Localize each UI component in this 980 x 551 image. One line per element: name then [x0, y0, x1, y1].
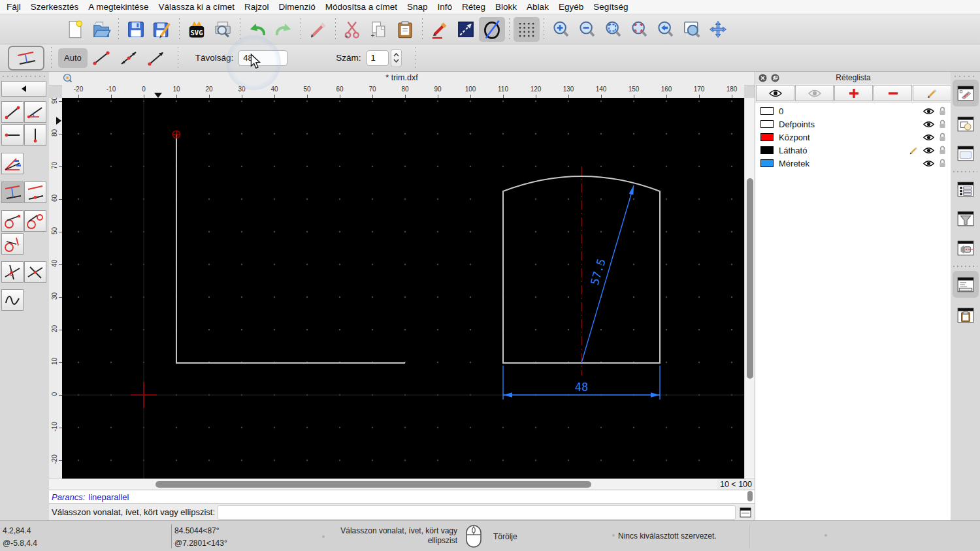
zoom-out-icon[interactable] [574, 17, 600, 42]
horizontal-scrollbar[interactable] [49, 479, 717, 490]
menu-item-2[interactable]: Szerkesztés [31, 2, 79, 12]
back-arrow-icon[interactable] [1, 81, 46, 97]
redo-icon[interactable] [270, 17, 297, 42]
clipboard-window-icon[interactable] [955, 304, 976, 326]
zoom-in-icon[interactable] [548, 17, 574, 42]
save-icon[interactable] [123, 17, 149, 42]
menu-item-14[interactable]: Segítség [593, 2, 628, 12]
save-as-icon[interactable] [149, 17, 175, 42]
hide-all-layers-icon[interactable] [795, 85, 834, 101]
line-horizontal-icon[interactable] [1, 124, 24, 146]
edit-layer-icon[interactable] [913, 85, 951, 101]
menu-item-4[interactable]: Válassza ki a címet [159, 2, 235, 12]
menu-item-6[interactable]: Dimenzió [278, 2, 315, 12]
layer-row[interactable]: 0 [755, 104, 951, 118]
menu-item-8[interactable]: Snap [407, 2, 428, 12]
line-relative-angle-icon[interactable] [24, 261, 46, 283]
snap-grid-icon[interactable] [514, 17, 540, 42]
v-scrollbar-thumb[interactable] [747, 178, 753, 379]
entity-filter-window-icon[interactable] [955, 208, 976, 229]
pan-icon[interactable] [705, 17, 731, 42]
menu-item-3[interactable]: A megtekintése [88, 2, 148, 12]
svg-export-icon[interactable]: SVG [184, 17, 210, 42]
line-parallel-icon[interactable] [1, 181, 24, 203]
line-two-points-icon[interactable] [1, 101, 24, 123]
line-tangent-circles-icon[interactable] [24, 210, 46, 232]
vertical-scrollbar[interactable] [744, 98, 755, 479]
layer-lock-icon[interactable] [939, 119, 946, 129]
line-parallel-point-icon[interactable] [24, 181, 46, 203]
remove-layer-icon[interactable] [874, 85, 912, 101]
selection-box-icon[interactable] [453, 17, 479, 42]
layer-lock-icon[interactable] [939, 133, 946, 142]
zoom-selection-icon[interactable] [627, 17, 653, 42]
zoom-previous-icon[interactable] [653, 17, 679, 42]
paste-icon[interactable] [392, 17, 418, 42]
line-arrow-mode-icon[interactable] [142, 48, 170, 69]
count-stepper[interactable] [391, 49, 402, 67]
layer-row[interactable]: Méretek [755, 157, 951, 170]
dock-handle[interactable] [955, 76, 976, 77]
count-input[interactable] [367, 50, 389, 66]
drawing-canvas[interactable]: 57.5 48 [62, 98, 744, 479]
layer-list-window-icon[interactable] [955, 178, 976, 200]
print-preview-icon[interactable] [210, 17, 236, 42]
draw-pencil-icon[interactable] [427, 17, 453, 42]
line-tangent-point-icon[interactable] [1, 210, 24, 232]
zoom-window-icon[interactable] [679, 17, 705, 42]
line-vertical-icon[interactable] [24, 124, 46, 146]
block-list-window-icon[interactable] [955, 113, 976, 134]
history-scrollbar-thumb[interactable] [747, 491, 753, 501]
menu-item-13[interactable]: Egyéb [559, 2, 583, 12]
command-line-window-icon[interactable] [955, 274, 976, 295]
library-browser-window-icon[interactable] [955, 142, 976, 164]
line-bisector-icon[interactable] [1, 153, 24, 174]
menu-item-12[interactable]: Ablak [527, 2, 549, 12]
pen-edit-icon[interactable] [305, 17, 331, 42]
layer-lock-icon[interactable] [939, 159, 946, 168]
pen-style-window-icon[interactable] [955, 82, 976, 104]
line-freehand-icon[interactable] [1, 289, 24, 311]
cut-icon[interactable]: + [340, 17, 366, 42]
line-two-points-mode-icon[interactable] [88, 48, 115, 69]
line-angle-icon[interactable] [24, 101, 46, 123]
layer-lock-icon[interactable] [939, 106, 946, 116]
layer-lock-icon[interactable] [939, 146, 946, 155]
show-all-layers-icon[interactable] [756, 85, 794, 101]
layer-row[interactable]: Defpoints [755, 118, 951, 131]
auto-mode-button[interactable]: Auto [58, 48, 88, 68]
distance-input[interactable] [238, 50, 287, 66]
v-ruler-label: 50 [51, 223, 58, 239]
menu-item-5[interactable]: Rajzol [244, 2, 269, 12]
hint-line-1: Válasszon vonalat, ívet, kört vagy [287, 526, 457, 535]
layer-row-active[interactable]: Látható [755, 144, 951, 157]
command-options-icon[interactable] [740, 507, 751, 518]
layer-visible-icon[interactable] [923, 121, 934, 128]
draft-ellipse-icon[interactable] [479, 17, 505, 42]
menu-item-1[interactable]: Fájl [7, 2, 21, 12]
layer-visible-icon[interactable] [923, 134, 934, 141]
line-tangent-orthogonal-icon[interactable] [1, 233, 24, 255]
menu-item-7[interactable]: Módosítsa a címet [325, 2, 397, 12]
command-input[interactable] [218, 505, 736, 520]
line-both-directions-mode-icon[interactable] [115, 48, 142, 69]
copy-icon[interactable]: + [366, 17, 392, 42]
line-orthogonal-icon[interactable] [1, 261, 24, 283]
line-parallel-tool-indicator[interactable] [8, 46, 44, 71]
undo-icon[interactable] [244, 17, 270, 42]
h-scrollbar-thumb[interactable] [155, 481, 591, 488]
layer-visible-icon[interactable] [923, 147, 934, 154]
layer-visible-icon[interactable] [923, 160, 934, 167]
menu-item-9[interactable]: Infó [438, 2, 453, 12]
menu-item-10[interactable]: Réteg [462, 2, 485, 12]
menu-item-11[interactable]: Blokk [495, 2, 517, 12]
command-widget-window-icon[interactable] [955, 237, 976, 259]
dock-handle[interactable] [3, 76, 46, 77]
layer-row[interactable]: Központ [755, 131, 951, 144]
new-document-icon[interactable] [62, 17, 88, 42]
open-folder-icon[interactable] [88, 17, 114, 42]
toolbar-separator [47, 47, 56, 69]
add-layer-icon[interactable] [834, 85, 873, 101]
layer-visible-icon[interactable] [923, 108, 934, 115]
zoom-auto-icon[interactable] [600, 17, 627, 42]
